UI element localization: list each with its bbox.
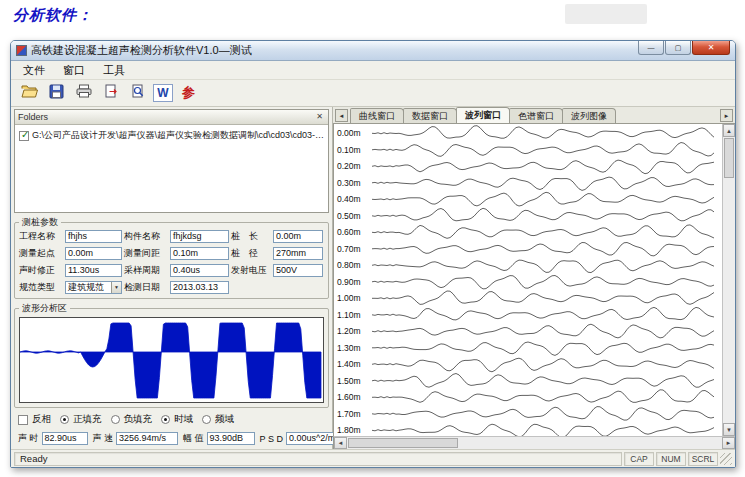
folders-panel: Folders ✕ G:\公司产品设计开发\超声仪器\超声仪实验检测数据调制\c… — [14, 109, 329, 213]
tab-scroll-right-icon[interactable]: ► — [720, 109, 733, 122]
param-label: 测量间距 — [124, 247, 168, 260]
trace-outer: ▲ ▼ 0.00m0.10m0.20m0.30m0.40m0.50m0.60m0… — [333, 124, 735, 449]
readout-label: 声 时 — [18, 432, 39, 445]
left-panel: Folders ✕ G:\公司产品设计开发\超声仪器\超声仪实验检测数据调制\c… — [11, 107, 333, 449]
scroll-down-icon[interactable]: ▼ — [723, 423, 735, 436]
readout-value: 3256.94m/s — [116, 432, 178, 445]
export-icon — [104, 84, 118, 102]
depth-label: 1.80m — [337, 425, 371, 435]
tab-色谱窗口[interactable]: 色谱窗口 — [509, 108, 563, 123]
params-group-title: 测桩参数 — [19, 216, 61, 229]
preview-button[interactable] — [126, 82, 149, 104]
maximize-button[interactable]: ▢ — [665, 41, 691, 55]
radio-负填充[interactable] — [111, 415, 120, 424]
word-button[interactable]: W — [153, 84, 173, 102]
param-label: 采样周期 — [124, 264, 168, 277]
waveform-trace — [372, 374, 714, 388]
menu-item-1[interactable]: 文件 — [14, 61, 54, 80]
resize-grip[interactable] — [720, 453, 732, 465]
status-message: Ready — [14, 452, 622, 466]
export-button[interactable] — [99, 82, 122, 104]
param-field[interactable]: 2013.03.13 — [170, 281, 229, 294]
waveform-trace — [372, 407, 714, 421]
param-field[interactable]: 0.40us — [170, 264, 229, 277]
page-title: 分析软件： — [13, 6, 93, 25]
depth-label: 1.30m — [337, 343, 371, 353]
invert-label: 反相 — [32, 413, 51, 426]
title-bar[interactable]: 高铁建设混凝土超声检测分析软件V1.0—测试 — ▢ ✕ — [11, 41, 735, 61]
folders-header: Folders ✕ — [15, 110, 328, 125]
param-field[interactable]: 270mm — [273, 247, 323, 260]
param-value: 11.30us — [68, 265, 99, 275]
folders-close-icon[interactable]: ✕ — [314, 112, 325, 123]
waveform-trace — [372, 260, 714, 273]
param-label: 检测日期 — [124, 281, 168, 294]
waveform-trace — [372, 424, 714, 436]
scroll-up-icon[interactable]: ▲ — [723, 124, 735, 137]
depth-label: 0.80m — [337, 260, 371, 270]
waveform-trace — [372, 177, 714, 190]
horizontal-scrollbar[interactable]: ◄ ► — [333, 436, 735, 449]
waveform-trace — [372, 160, 714, 174]
depth-label: 1.20m — [337, 326, 371, 336]
trace-plot — [372, 125, 718, 436]
param-select[interactable]: 建筑规范▼ — [65, 281, 122, 294]
param-value: 2013.03.13 — [173, 282, 218, 292]
param-value: 0.00m — [276, 231, 301, 241]
param-field[interactable]: fhjkdsg — [170, 230, 229, 243]
depth-label: 0.20m — [337, 161, 371, 171]
params-grid: 工程名称fhjhs构件名称fhjkdsg桩 长0.00m测量起点0.00m测量间… — [19, 230, 324, 294]
tab-波列图像[interactable]: 波列图像 — [562, 108, 616, 123]
menu-item-2[interactable]: 窗口 — [54, 61, 94, 80]
param-button[interactable]: 参 — [177, 82, 200, 104]
vertical-scrollbar[interactable]: ▲ ▼ — [722, 124, 735, 436]
param-value: 270mm — [276, 248, 306, 258]
tab-曲线窗口[interactable]: 曲线窗口 — [350, 108, 404, 123]
status-indicators: CAPNUMSCRL — [624, 452, 718, 466]
radio-频域[interactable] — [202, 415, 211, 424]
waveform-group: 波形分析区 — [14, 302, 329, 408]
status-scrl: SCRL — [688, 452, 718, 466]
depth-label: 1.40m — [337, 359, 371, 369]
scroll-left-icon[interactable]: ◄ — [334, 437, 347, 449]
folder-item[interactable]: G:\公司产品设计开发\超声仪器\超声仪实验检测数据调制\cd\cd03\cd0… — [15, 125, 328, 142]
minimize-button[interactable]: — — [638, 41, 664, 55]
param-field[interactable]: 11.30us — [65, 264, 122, 277]
scroll-right-icon[interactable]: ► — [722, 437, 735, 449]
param-field[interactable]: fhjhs — [65, 230, 122, 243]
tab-波列窗口[interactable]: 波列窗口 — [456, 107, 510, 123]
open-button[interactable] — [18, 82, 41, 104]
param-field[interactable]: 500V — [273, 264, 323, 277]
param-field[interactable]: 0.10m — [170, 247, 229, 260]
close-button[interactable]: ✕ — [692, 41, 730, 55]
waveform-group-title: 波形分析区 — [19, 302, 70, 315]
waveform-trace — [372, 192, 714, 206]
readout-label: 幅 值 — [183, 432, 204, 445]
invert-checkbox[interactable] — [18, 415, 28, 425]
toolbar: W 参 — [11, 80, 735, 107]
readout-value: 82.90us — [42, 432, 88, 445]
param-field[interactable]: 0.00m — [273, 230, 323, 243]
radio-正填充[interactable] — [60, 415, 69, 424]
folder-checkbox[interactable] — [19, 131, 29, 141]
radio-label: 时域 — [174, 413, 193, 426]
trace-area[interactable]: ▲ ▼ 0.00m0.10m0.20m0.30m0.40m0.50m0.60m0… — [333, 124, 735, 436]
horizontal-scroll-thumb[interactable] — [348, 438, 458, 448]
dropdown-arrow-icon[interactable]: ▼ — [111, 282, 121, 293]
radio-时域[interactable] — [161, 415, 170, 424]
app-window: 高铁建设混凝土超声检测分析软件V1.0—测试 — ▢ ✕ 文件窗口工具 W 参 … — [10, 40, 736, 468]
depth-label: 1.00m — [337, 293, 371, 303]
menu-item-3[interactable]: 工具 — [94, 61, 134, 80]
status-cap: CAP — [624, 452, 654, 466]
param-field[interactable]: 0.00m — [65, 247, 122, 260]
folders-title: Folders — [18, 112, 48, 122]
save-button[interactable] — [45, 82, 68, 104]
tab-数据窗口[interactable]: 数据窗口 — [403, 108, 457, 123]
tab-scroll-left-icon[interactable]: ◄ — [335, 109, 348, 122]
vertical-scroll-thumb[interactable] — [724, 138, 734, 178]
print-button[interactable] — [72, 82, 95, 104]
depth-label: 0.50m — [337, 211, 371, 221]
waveform-plot — [19, 317, 324, 403]
param-label: 构件名称 — [124, 230, 168, 243]
depth-label: 0.00m — [337, 128, 371, 138]
